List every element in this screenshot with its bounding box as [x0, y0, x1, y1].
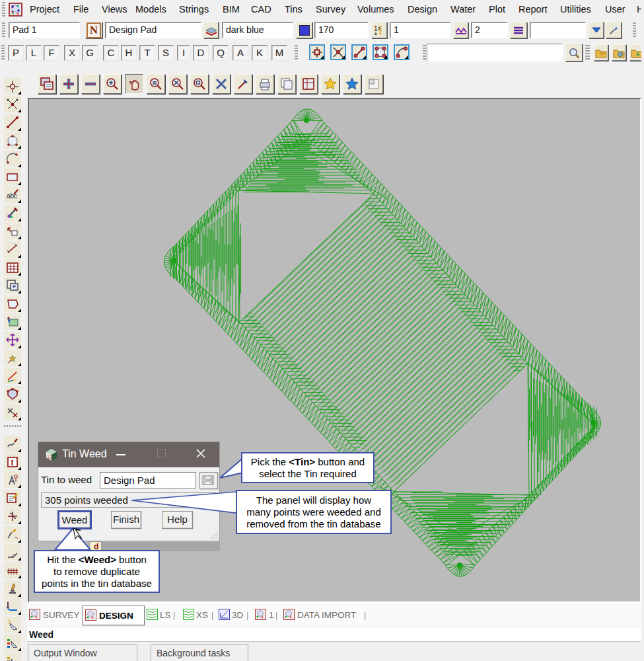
svg-text:abc: abc — [7, 192, 17, 200]
svg-text:12: 12 — [47, 455, 52, 459]
svg-text:I: I — [11, 458, 14, 467]
